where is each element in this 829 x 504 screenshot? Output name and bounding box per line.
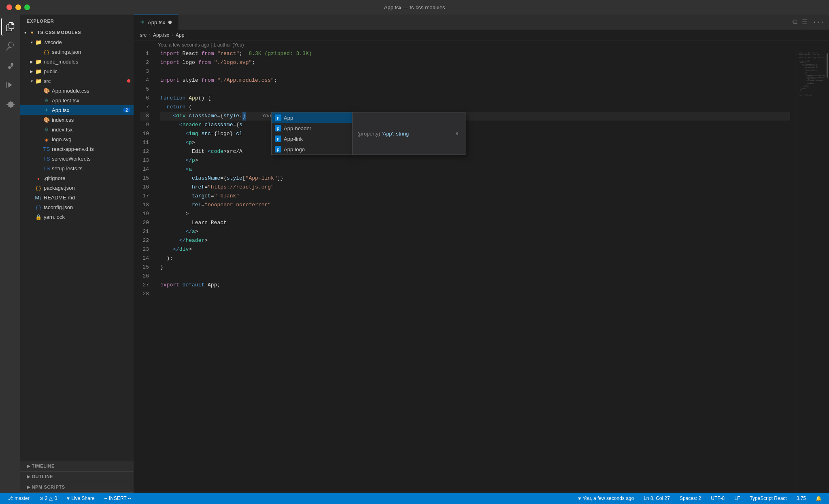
npm-scripts-tabs: ▶ NPM SCRIPTS <box>20 482 134 493</box>
branch-status[interactable]: ⎇ master <box>5 493 32 504</box>
sidebar-header: Explorer <box>20 15 134 28</box>
errors-status[interactable]: ⊙ 2 △ 0 <box>37 493 60 504</box>
tree-label-src: src <box>44 78 125 84</box>
tree-item-index-css[interactable]: 🎨 index.css <box>20 115 134 125</box>
tree-label-service-worker: serviceWorker.ts <box>52 156 130 162</box>
tree-item-tsconfig[interactable]: { } tsconfig.json <box>20 202 134 212</box>
code-editor[interactable]: import React from "react"; 8.3K (gzipped… <box>154 49 797 493</box>
npm-scripts-tab[interactable]: ▶ NPM SCRIPTS <box>20 482 72 492</box>
json-file-icon: { } <box>43 48 50 55</box>
search-activity-icon[interactable] <box>1 37 19 55</box>
tree-item-setup-tests[interactable]: TS setupTests.ts <box>20 163 134 173</box>
code-line-15: className={style["App-link"]} <box>160 174 790 183</box>
tree-arrow-node: ▶ <box>28 58 35 65</box>
author-text: You, a few seconds ago | 1 author (You) <box>158 42 244 48</box>
ac-name: 'App': string <box>382 131 409 137</box>
spacer11 <box>28 184 35 191</box>
tree-item-gitignore[interactable]: ⬥ .gitignore <box>20 173 134 183</box>
cursor-position[interactable]: Ln 8, Col 27 <box>641 493 672 504</box>
ts-tests-icon: TS <box>43 165 50 172</box>
spacer13 <box>28 204 35 210</box>
ac-close-button[interactable]: × <box>454 130 460 137</box>
outline-tabs: ▶ OUTLINE <box>20 472 134 482</box>
minimize-button[interactable] <box>15 4 21 10</box>
breadcrumb-toggle-icon[interactable]: ☰ <box>800 17 809 28</box>
tree-item-public[interactable]: ▶ 📁 public <box>20 66 134 76</box>
breadcrumb-symbol[interactable]: App <box>176 32 184 38</box>
tsx-active-file-icon: ⚛ <box>43 106 50 114</box>
author-status[interactable]: ♥ You, a few seconds ago <box>576 493 636 504</box>
outline-tab[interactable]: ▶ OUTLINE <box>20 472 60 482</box>
yarn-icon: 🔒 <box>35 213 42 220</box>
code-line-21: </a> <box>160 227 790 236</box>
code-line-28 <box>160 290 790 299</box>
tree-item-settings[interactable]: { } settings.json <box>20 47 134 57</box>
tree-item-readme[interactable]: M↓ README.md <box>20 193 134 202</box>
tree-item-app-test-tsx[interactable]: ⚛ App.test.tsx <box>20 95 134 105</box>
tree-label-package-json: package.json <box>44 185 130 191</box>
spacer7 <box>36 146 43 152</box>
tree-item-package-json[interactable]: { } package.json <box>20 183 134 193</box>
tree-item-yarn-lock[interactable]: 🔒 yarn.lock <box>20 212 134 222</box>
code-line-20: Learn React <box>160 218 790 227</box>
autocomplete-item-app-header[interactable]: p App-header <box>272 123 352 133</box>
code-line-1: import React from "react"; 8.3K (gzipped… <box>160 49 790 58</box>
notifications-status[interactable]: 🔔 <box>813 493 824 504</box>
tabs-bar: ⚛ App.tsx ⧉ ☰ ··· <box>134 15 829 30</box>
timeline-tab[interactable]: ▶ TIMELINE <box>20 461 61 471</box>
autocomplete-list[interactable]: p App p App-header p App-link p <box>271 112 352 155</box>
breadcrumb-src[interactable]: src <box>140 32 147 38</box>
bottom-panels: ▶ TIMELINE ▶ OUTLINE ▶ NPM SCRIPTS <box>20 461 134 493</box>
tab-file-icon: ⚛ <box>140 19 145 25</box>
tree-item-index-tsx[interactable]: ⚛ index.tsx <box>20 125 134 134</box>
tree-item-src[interactable]: ▾ 📁 src <box>20 76 134 86</box>
breadcrumb-file[interactable]: App.tsx <box>153 32 169 38</box>
ac-label-app-link: App-link <box>284 136 303 142</box>
tree-item-app-module-css[interactable]: 🎨 App.module.css <box>20 86 134 95</box>
tree-item-logo-svg[interactable]: ◈ logo.svg <box>20 134 134 144</box>
tree-item-node-modules[interactable]: ▶ 📁 node_modules <box>20 57 134 66</box>
css-index-icon: 🎨 <box>43 116 50 123</box>
tree-item-app-tsx[interactable]: ⚛ App.tsx 2 <box>20 105 134 115</box>
autocomplete-item-app-logo[interactable]: p App-logo <box>272 144 352 155</box>
tab-label: App.tsx <box>148 19 165 25</box>
source-control-activity-icon[interactable] <box>1 57 19 74</box>
extensions-activity-icon[interactable] <box>1 95 19 113</box>
code-area[interactable]: 1 2 3 4 5 6 7 8 9 10 11 12 13 14 15 16 1 <box>134 49 829 493</box>
autocomplete-info-panel: (property) 'App': string × <box>352 112 466 155</box>
eol-label: LF <box>734 496 740 501</box>
eol-status[interactable]: LF <box>732 493 742 504</box>
spacer8 <box>36 155 43 162</box>
spaces-status[interactable]: Spaces: 2 <box>677 493 704 504</box>
close-button[interactable] <box>6 4 12 10</box>
minimap-scrollbar[interactable] <box>827 53 828 78</box>
split-editor-icon[interactable]: ⧉ <box>791 17 799 28</box>
more-actions-icon[interactable]: ··· <box>811 17 826 28</box>
tree-item-vscode[interactable]: ▾ 📁 .vscode <box>20 37 134 47</box>
files-activity-icon[interactable] <box>1 18 19 36</box>
autocomplete-item-app-link[interactable]: p App-link <box>272 133 352 144</box>
spacer <box>36 87 43 94</box>
spacer9 <box>36 165 43 172</box>
tree-item-react-app-env[interactable]: TS react-app-env.d.ts <box>20 144 134 154</box>
branch-name: master <box>15 496 30 501</box>
tree-label-app-module-css: App.module.css <box>52 88 130 94</box>
code-line-18: rel="noopener noreferrer" <box>160 201 790 210</box>
autocomplete-item-app[interactable]: p App <box>272 112 352 123</box>
tree-root[interactable]: ▾ ▾ TS-CSS-MODULES <box>20 28 134 37</box>
live-share-status[interactable]: ♥ Live Share <box>64 493 97 504</box>
tree-label-public: public <box>44 68 130 74</box>
maximize-button[interactable] <box>24 4 30 10</box>
tree-item-service-worker[interactable]: TS serviceWorker.ts <box>20 154 134 163</box>
tree-root-label: TS-CSS-MODULES <box>37 30 130 35</box>
folder-icon: ▾ <box>28 29 36 36</box>
run-activity-icon[interactable] <box>1 76 19 94</box>
code-line-22: </header> <box>160 236 790 245</box>
folder-icon-public: 📁 <box>35 68 42 75</box>
ts-version-status[interactable]: 3.75 <box>794 493 808 504</box>
encoding-status[interactable]: UTF-8 <box>708 493 727 504</box>
tree-label-readme: README.md <box>44 195 130 201</box>
tab-app-tsx[interactable]: ⚛ App.tsx <box>134 15 179 30</box>
spacer12 <box>28 194 35 201</box>
language-status[interactable]: TypeScript React <box>747 493 789 504</box>
